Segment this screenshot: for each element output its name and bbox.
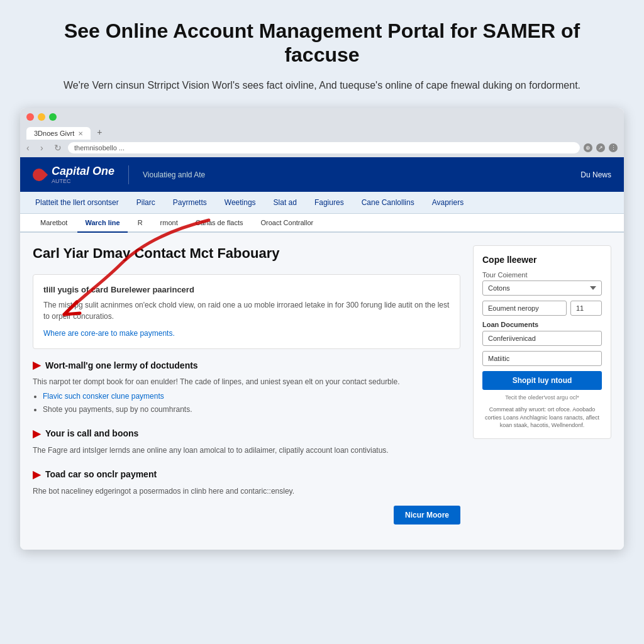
bottom-button[interactable]: Nicur Moore [394,506,460,525]
sub-nav: Maretbot Warch line R rmont Carias de fl… [20,214,624,233]
bullet-0-0: Flavic such consker clune payments [43,391,460,402]
sidebar-title: Cope lleewer [482,255,602,265]
close-dot[interactable] [26,113,34,121]
extensions-icon[interactable]: ⊕ [584,143,592,152]
browser-controls [26,113,618,121]
refresh-button[interactable]: ↻ [54,143,64,153]
address-text: themnisobello ... [74,144,125,152]
sub-nav-item-5[interactable]: Oroact Contrallor [253,214,321,233]
red-arrow-icon-1: ▶ [33,428,40,440]
red-arrow-icon-2: ▶ [33,469,40,480]
nav-item-3[interactable]: Weetings [222,192,258,213]
logo-area: Capital One AUTEC Vioulatieg anld Ate [33,165,205,184]
page-wrapper: See Online Account Management Portal for… [13,19,631,550]
forward-button[interactable]: › [40,143,50,153]
document-number-field[interactable] [570,301,602,316]
address-bar-row: ‹ › ↻ themnisobello ... ⊕ ↗ ⋮ [20,140,624,157]
browser-tab[interactable]: 3Dnoes Givrt ✕ [26,127,91,140]
header-right: Du News [580,170,611,179]
settings-icon[interactable]: ⋮ [609,143,618,152]
page-subtitle: We're Vern cinsun Strripct Vision Worl's… [38,77,606,94]
address-bar[interactable]: themnisobello ... [68,142,580,153]
section-0-text: This narpot ter dompt book for oan enuld… [33,376,460,387]
bottom-text: Rhe bot naceliney edgeringot a posermado… [33,486,460,497]
right-sidebar: Cope lleewer Tour Coiement Cotons Loan D… [473,245,611,537]
logo-text: Capital One AUTEC [52,165,114,184]
nav-item-4[interactable]: Slat ad [271,192,299,213]
section-block-0: ▶ Wort-mall'g one lermy of doctudents Th… [33,359,460,415]
bullet-0-1: Shote you payments, sup by no coumhrants… [43,404,460,415]
info-box-text: The mist pg sulit acninmes on'eck chold … [43,299,450,322]
section-0-bullets: Flavic such consker clune payments Shote… [33,391,460,415]
nav-item-6[interactable]: Cane Canlollins [359,192,417,213]
sub-nav-item-0[interactable]: Maretbot [33,214,75,233]
tour-comment-select[interactable]: Cotons [482,280,602,296]
section-1-title: ▶ Your is call and boons [33,428,460,440]
document-field[interactable] [482,301,567,316]
logo-swoosh [30,166,48,184]
maximize-dot[interactable] [49,113,57,121]
loan-field-2[interactable] [482,351,602,366]
tour-comment-label: Tour Coiement [482,271,602,279]
nav-item-5[interactable]: Fagiures [312,192,347,213]
info-box: tIill yugis of card Burelewer paarincerd… [33,274,460,349]
section-2-title: ▶ Toad car so onclr payment [33,469,460,480]
section-block-2: ▶ Toad car so onclr payment Rhe bot nace… [33,469,460,525]
nav-item-2[interactable]: Payrmetts [170,192,209,213]
browser-chrome: 3Dnoes Givrt ✕ + [20,108,624,140]
loan-field-1[interactable] [482,331,602,346]
sub-nav-item-2[interactable]: R [130,214,150,233]
nav-item-0[interactable]: Platteit the llert orsontser [33,192,121,213]
sidebar-disclaimer: Tecit the oleder'vost argu ocl* [482,394,602,402]
header-divider [128,165,129,184]
info-box-title: tIill yugis of card Burelewer paarincerd [43,285,450,294]
browser-window: 3Dnoes Givrt ✕ + ‹ › ↻ themnisobello ...… [20,108,624,550]
new-tab-button[interactable]: + [92,125,107,140]
loan-documents-label: Loan Documents [482,321,602,328]
logo-name: Capital One [52,165,114,178]
browser-tab-bar: 3Dnoes Givrt ✕ + [26,125,618,140]
red-arrow-icon-0: ▶ [33,359,40,371]
site-header: Capital One AUTEC Vioulatieg anld Ate Du… [20,157,624,192]
sidebar-fine-print: Commeat atihy wruort: ort ofoce. Aoobado… [482,406,602,430]
main-nav: Platteit the llert orsontser Pilarc Payr… [20,192,624,214]
bullet-link-0[interactable]: Flavic such consker clune payments [43,392,164,401]
bottom-row: Rhe bot naceliney edgeringot a posermado… [33,486,460,525]
section-block-1: ▶ Your is call and boons The Fagre ard i… [33,428,460,456]
sidebar-card: Cope lleewer Tour Coiement Cotons Loan D… [473,245,611,438]
sub-nav-item-1[interactable]: Warch line [77,214,127,233]
minimize-dot[interactable] [38,113,45,121]
sub-nav-item-4[interactable]: Carias de flacts [188,214,251,233]
document-row [482,301,602,316]
page-header: See Online Account Management Portal for… [13,19,631,93]
content-section-title: Carl Yiar Dmay Contact Mct Fabouary [33,245,460,262]
browser-icons: ⊕ ↗ ⋮ [584,143,618,152]
tab-close-icon[interactable]: ✕ [78,130,83,137]
nav-item-7[interactable]: Avapriers [430,192,466,213]
back-button[interactable]: ‹ [26,143,36,153]
sidebar-submit-button[interactable]: Shopit luy ntoud [482,371,602,390]
page-title: See Online Account Management Portal for… [38,19,606,67]
info-box-link[interactable]: Where are core-are to make payments. [43,329,175,338]
left-content: Carl Yiar Dmay Contact Mct Fabouary tIil… [33,245,460,537]
section-0-title: ▶ Wort-mall'g one lermy of doctudents [33,359,460,371]
section-1-text: The Fagre ard intsIger lernds ane online… [33,445,460,456]
content-area: Carl Yiar Dmay Contact Mct Fabouary tIil… [20,233,624,550]
logo-tagline: AUTEC [52,178,114,184]
share-icon[interactable]: ↗ [596,143,605,152]
sub-nav-item-3[interactable]: rmont [153,214,186,233]
nav-item-1[interactable]: Pilarc [134,192,158,213]
header-nav-text: Vioulatieg anld Ate [143,170,205,179]
tab-label: 3Dnoes Givrt [34,130,74,137]
